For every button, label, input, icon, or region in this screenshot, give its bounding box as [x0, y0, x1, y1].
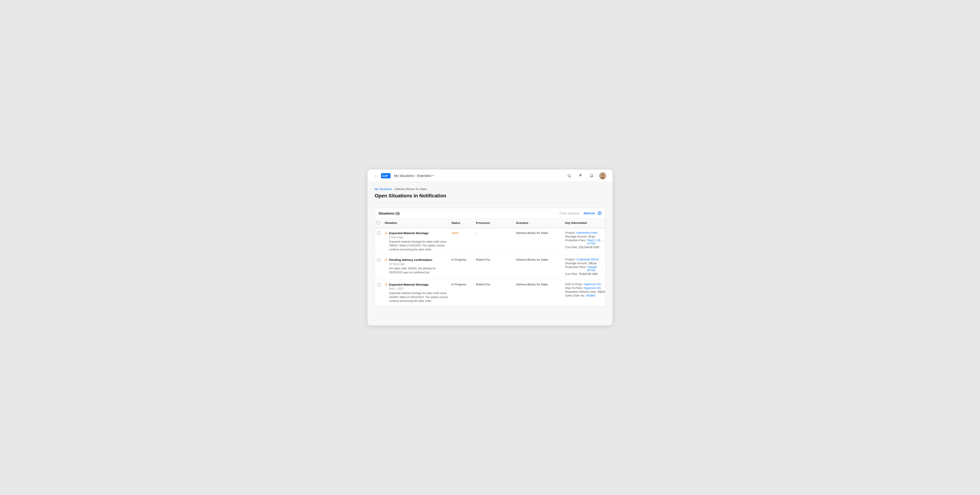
status-cell: Open	[450, 231, 474, 235]
header: ‹ SAP My Situations - Extended ▾	[368, 170, 612, 182]
scenario-cell: Delivery Blocks for Sales	[514, 231, 563, 235]
header-title: My Situations - Extended	[394, 174, 431, 178]
bookmark-button[interactable]	[577, 172, 584, 179]
svg-point-5	[601, 174, 604, 176]
scenario-cell: Delivery Blocks for Sales	[514, 283, 563, 286]
scenario-cell: Delivery Blocks for Sales	[514, 258, 563, 261]
row-2-checkbox[interactable]	[377, 258, 380, 261]
situation-description: Expected material shortage for sales ord…	[385, 240, 448, 251]
notifications-button[interactable]	[588, 172, 595, 179]
row-checkbox-cell	[375, 258, 383, 261]
key-info-link[interactable]: Crankshaft Z9X42	[576, 258, 599, 261]
table-row: Expected Material ShortageFeb 1, 2023Exp…	[375, 280, 605, 306]
table-toolbar: Situations (3) Close Situation Refresh	[375, 208, 605, 218]
svg-point-7	[599, 213, 600, 214]
search-icon	[567, 174, 571, 178]
key-info-label: Sales Order No:	[565, 294, 585, 297]
key-info-row: Sales Order No:342883	[565, 294, 605, 297]
key-info-value: 03/22/2023	[598, 290, 605, 293]
key-info-value: 210,244.00 USD	[579, 246, 599, 249]
select-all-checkbox[interactable]	[377, 221, 380, 224]
col-header-status: Status	[450, 220, 474, 226]
key-info-cell: Product:Crankshaft Z9X42Shortage Amount:…	[563, 258, 605, 276]
header-title-group[interactable]: My Situations - Extended ▾	[394, 174, 434, 178]
breadcrumb-link-my-situations[interactable]: My Situations	[375, 187, 392, 191]
key-info-link[interactable]: Hypercom AG	[584, 286, 601, 290]
situation-time: 2 hours ago	[385, 236, 448, 239]
key-info-row: Product:Crankshaft Z9X42	[565, 258, 603, 261]
key-info-link[interactable]: Plant 1 US (1710)	[587, 239, 603, 245]
avatar-image	[599, 172, 606, 179]
warning-icon	[385, 283, 388, 286]
bell-icon	[590, 174, 593, 178]
key-info-row: Production Plant:Canada (4710)	[565, 266, 603, 272]
key-info-label: Production Plant:	[565, 266, 586, 269]
key-info-value: 76,620.00 USD	[579, 272, 598, 275]
page-title: Open Situations in Notification	[375, 193, 605, 199]
key-info-link[interactable]: Canada (4710)	[587, 266, 603, 272]
refresh-button[interactable]: Refresh	[584, 212, 595, 215]
col-header-situation: Situation	[383, 220, 450, 226]
processor-cell: Robert Fox	[474, 283, 514, 286]
table-card: Situations (3) Close Situation Refresh S…	[375, 208, 605, 306]
warning-icon	[385, 231, 388, 235]
key-info-value: 35 pc	[588, 235, 595, 238]
warning-icon	[385, 258, 388, 262]
bookmark-icon	[578, 174, 582, 178]
table-row: Expected Material Shortage2 hours agoExp…	[375, 228, 605, 255]
col-header-checkbox	[375, 220, 383, 226]
situation-name: Expected Material Shortage	[389, 283, 428, 286]
situation-time: 10 hours ago	[385, 263, 448, 266]
key-info-row: Ship-To-Party:Hypercom AG	[565, 286, 605, 290]
key-info-link[interactable]: Automotive Parts	[576, 231, 598, 234]
column-headers: Situation Status Processor Scenario Key …	[375, 218, 605, 228]
situation-cell: Expected Material ShortageFeb 1, 2023Exp…	[383, 283, 450, 303]
key-info-label: Production Plant:	[565, 239, 586, 242]
svg-text:SAP: SAP	[382, 174, 388, 178]
key-info-label: Ship-To-Party:	[565, 286, 583, 290]
situation-cell: Expected Material Shortage2 hours agoExp…	[383, 231, 450, 251]
processor-cell: -	[474, 231, 514, 235]
breadcrumb: My Situations / Delivery Blocks for Sale…	[375, 187, 605, 191]
settings-button[interactable]	[598, 211, 601, 215]
key-info-row: Production Plant:Plant 1 US (1710)	[565, 239, 603, 245]
row-chevron-icon[interactable]: ›	[602, 266, 603, 269]
key-info-row: Cost Risk:210,244.00 USD	[565, 246, 603, 249]
status-cell: In Progress	[450, 258, 474, 261]
situation-time: Feb 1, 2023	[385, 287, 448, 290]
row-checkbox-cell	[375, 231, 383, 235]
back-button[interactable]: ‹	[374, 173, 377, 178]
processor-cell: Robert Fox	[474, 258, 514, 261]
row-chevron-icon[interactable]: ›	[602, 239, 603, 242]
situation-description: For sales order 342301, the delivery for…	[385, 267, 448, 274]
main-content: My Situations / Delivery Blocks for Sale…	[368, 182, 612, 314]
breadcrumb-current: Delivery Blocks for Sales	[395, 187, 427, 191]
row-1-checkbox[interactable]	[377, 232, 380, 235]
key-info-row: Cost Risk:76,620.00 USD	[565, 272, 603, 275]
close-situation-button[interactable]: Close Situation	[560, 212, 580, 215]
header-icons	[566, 172, 606, 179]
key-info-row: Shortage Amount:35 pc	[565, 235, 603, 238]
situation-name: Pending delivery confirmation	[389, 258, 432, 261]
key-info-row: Sold-To-Party:Hypercom AG	[565, 283, 605, 286]
key-info-link[interactable]: 342883	[586, 294, 595, 297]
key-info-row: Requested Delivery Date:03/22/2023	[565, 290, 605, 293]
search-button[interactable]	[566, 172, 573, 179]
situation-description: Expected material shortage for sales ord…	[385, 291, 448, 303]
row-checkbox-cell	[375, 283, 383, 286]
key-info-label: Product:	[565, 231, 576, 234]
row-3-checkbox[interactable]	[377, 283, 380, 286]
col-header-scenario: Scenario	[514, 220, 563, 226]
key-info-label: Shortage Amount:	[565, 235, 587, 238]
page-divider	[375, 203, 605, 204]
key-info-cell: Product:Automotive PartsShortage Amount:…	[563, 231, 605, 250]
situation-name: Expected Material Shortage	[389, 231, 428, 235]
avatar[interactable]	[599, 172, 606, 179]
key-info-link[interactable]: Hypercom AG	[584, 283, 601, 286]
sap-logo: SAP	[381, 173, 390, 179]
key-info-label: Shortage Amount:	[565, 262, 587, 265]
key-info-row: Shortage Amount:100 pc	[565, 262, 603, 265]
status-cell: In Progress	[450, 283, 474, 286]
svg-line-3	[570, 177, 571, 177]
col-header-processor: Processor	[474, 220, 514, 226]
